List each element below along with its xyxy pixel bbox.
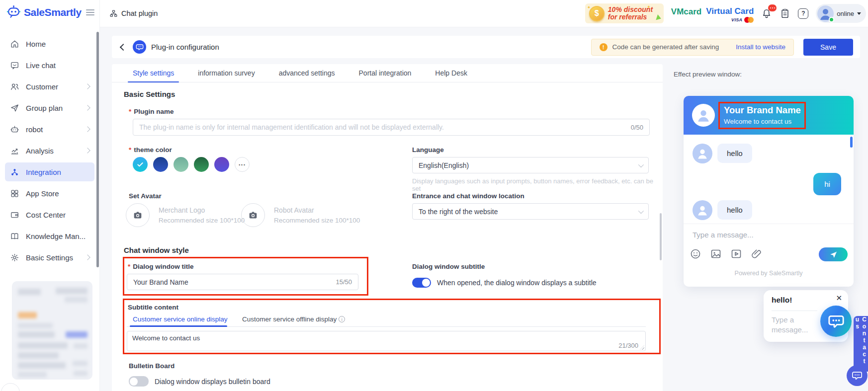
green-arrow-icon xyxy=(656,14,662,21)
chat-launcher-button[interactable] xyxy=(820,306,852,337)
more-colors-button[interactable]: ... xyxy=(235,157,250,172)
theme-color-label: *theme color xyxy=(129,146,172,154)
promo-line1: 10% discount xyxy=(608,6,653,13)
message-bubble-right: hi xyxy=(813,173,841,195)
video-icon[interactable] xyxy=(730,248,742,260)
tab-style-settings[interactable]: Style settings xyxy=(133,64,174,82)
sidebar-item-analysis[interactable]: Analysis xyxy=(5,141,94,160)
sidebar-item-customer[interactable]: Customer xyxy=(5,77,94,96)
tasks-clipboard[interactable] xyxy=(780,8,790,19)
chevron-right-icon xyxy=(85,83,90,89)
topbar-actions: ✦ ✦ $ 10% discount for referrals VMcard … xyxy=(585,3,868,23)
tab-advanced-settings[interactable]: advanced settings xyxy=(279,64,335,82)
swatch-sage[interactable] xyxy=(174,157,188,172)
sidebar-item-cost-center[interactable]: Cost Center xyxy=(5,205,94,224)
bulletin-toggle-row: Dialog window displays bulletin board xyxy=(129,376,270,387)
person-icon xyxy=(695,147,709,160)
sidebar: SaleSmartly Home Live chat Customer Grou… xyxy=(0,0,100,391)
paper-plane-icon xyxy=(829,250,838,259)
hamburger-menu-icon[interactable] xyxy=(86,9,94,15)
warning-icon: ! xyxy=(600,43,608,51)
resize-handle[interactable] xyxy=(640,345,644,350)
sidebar-item-live-chat[interactable]: Live chat xyxy=(5,56,94,75)
subtitle-toggle-text: When opened, the dialog window displays … xyxy=(437,279,597,287)
install-to-website-link[interactable]: Install to website xyxy=(736,43,785,51)
save-button[interactable]: Save xyxy=(803,39,853,56)
merchant-logo-title: Merchant Logo xyxy=(159,206,245,214)
chat-title: Your Brand Name xyxy=(724,105,800,116)
tab-offline-display[interactable]: Customer service offline display i xyxy=(242,315,345,323)
merchant-logo-upload[interactable]: Merchant Logo Recommended size 100*100 xyxy=(126,203,245,227)
plugin-name-input[interactable] xyxy=(139,123,626,131)
notifications-bell[interactable] xyxy=(761,8,772,19)
vmcard-banner[interactable]: VMcard Virtual Card VISA xyxy=(671,4,754,23)
sidebar-item-basic-settings[interactable]: Basic Settings xyxy=(5,248,94,267)
set-avatar-label: Set Avatar xyxy=(129,192,162,200)
chevron-down-icon xyxy=(857,12,861,15)
page-header: Plug-in configuration ! Code can be gene… xyxy=(112,36,860,58)
tab-help-desk[interactable]: Help Desk xyxy=(435,64,467,82)
swatch-navy[interactable] xyxy=(153,157,168,172)
user-avatar xyxy=(817,5,834,22)
plugin-icon xyxy=(133,40,146,54)
back-button[interactable] xyxy=(120,43,127,50)
sidebar-item-app-store[interactable]: App Store xyxy=(5,184,94,203)
blurred-info-panel xyxy=(12,281,92,380)
sidebar-item-integration[interactable]: Integration xyxy=(5,162,94,181)
brand-name: SaleSmartly xyxy=(24,6,82,18)
home-icon xyxy=(10,39,19,49)
chat-icon xyxy=(10,61,19,70)
attachment-icon[interactable] xyxy=(751,248,763,260)
status-label: online xyxy=(837,10,854,17)
dialog-title-label: *Dialog window title xyxy=(128,263,194,270)
subtitle-content-textarea[interactable]: Welcome to contact us 21/300 xyxy=(127,331,646,351)
send-button[interactable] xyxy=(819,247,848,261)
plugin-name-label: *Plugin name xyxy=(129,108,174,115)
chevron-right-icon xyxy=(85,254,90,260)
form-scrollbar[interactable] xyxy=(660,213,662,260)
swatch-purple[interactable] xyxy=(214,157,229,172)
page-title: Chat plugin xyxy=(121,9,158,17)
image-icon[interactable] xyxy=(710,248,722,260)
subtitle-toggle-on[interactable] xyxy=(412,278,431,288)
tab-online-display[interactable]: Customer service online display xyxy=(133,315,228,323)
brand-logo[interactable]: SaleSmartly xyxy=(0,0,99,19)
bulletin-toggle-off[interactable] xyxy=(129,376,149,387)
chat-scrollbar[interactable] xyxy=(850,137,853,148)
help-icon[interactable]: ? xyxy=(798,8,808,19)
mastercard-logo xyxy=(744,17,754,23)
app-window: SaleSmartly Home Live chat Customer Grou… xyxy=(0,0,868,391)
referral-promo-banner[interactable]: ✦ ✦ $ 10% discount for referrals xyxy=(585,3,664,23)
robot-logo-icon xyxy=(6,5,21,19)
clipboard-icon xyxy=(780,8,790,19)
swatch-green[interactable] xyxy=(194,157,209,172)
dialog-subtitle-label: Dialog window subtitle xyxy=(412,263,485,270)
swatch-blue-selected[interactable] xyxy=(133,157,148,172)
user-status-menu[interactable]: online xyxy=(816,4,866,23)
sidebar-item-robot[interactable]: robot xyxy=(5,120,94,139)
robot-avatar-upload[interactable]: Robot Avatar Recommended size 100*100 xyxy=(241,203,360,227)
sidebar-scrollbar[interactable] xyxy=(96,32,99,267)
contact-us-chat-icon[interactable] xyxy=(847,365,868,386)
effect-preview-label: Effect preview window: xyxy=(674,71,742,78)
sidebar-item-knowledge[interactable]: Knowledge Man... xyxy=(5,227,94,245)
dialog-title-counter: 15/50 xyxy=(336,278,352,286)
main-area: Plug-in configuration ! Code can be gene… xyxy=(100,27,868,391)
language-select[interactable]: English(English) xyxy=(412,157,649,173)
chevron-right-icon xyxy=(85,126,90,132)
emoji-icon[interactable] xyxy=(690,248,701,260)
message-input[interactable]: Type a message... xyxy=(693,231,754,239)
gear-icon xyxy=(10,253,19,262)
tab-portal-integration[interactable]: Portal integration xyxy=(359,64,412,82)
sidebar-item-home[interactable]: Home xyxy=(5,34,94,53)
plugin-name-field: 0/50 xyxy=(133,119,650,136)
contact-us-tab[interactable]: Contact us xyxy=(854,316,868,372)
camera-icon xyxy=(241,203,265,227)
location-select[interactable]: To the right of the website xyxy=(412,203,649,220)
chat-preview-window: Your Brand Name Welcome to contact us he… xyxy=(684,96,854,287)
dialog-title-input[interactable] xyxy=(133,278,331,286)
sidebar-item-group-plan[interactable]: Group plan xyxy=(5,98,94,117)
tab-information-survey[interactable]: information survey xyxy=(198,64,255,82)
close-icon[interactable]: ✕ xyxy=(836,294,842,303)
popup-message-input[interactable]: Type a message... xyxy=(772,315,812,335)
